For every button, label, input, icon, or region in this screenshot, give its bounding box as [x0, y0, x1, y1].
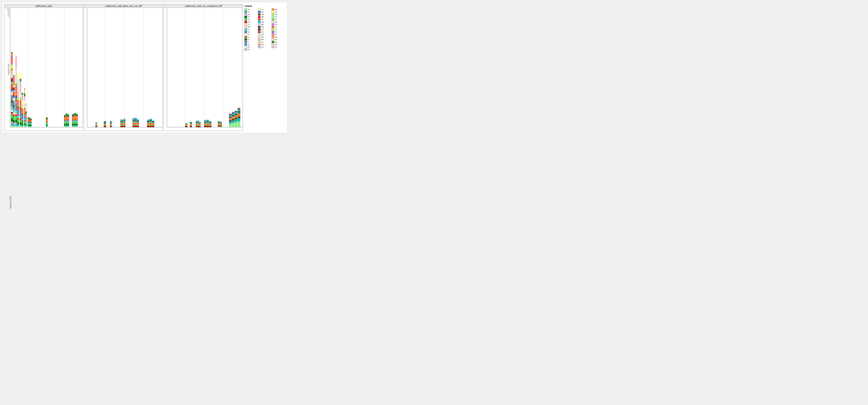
legend-label-ar: AR [248, 13, 250, 15]
plot-area-1: 2025 2050 2075 2100 [10, 8, 83, 127]
bar-group-2020 [15, 42, 19, 127]
legend-swatch-sd [272, 21, 274, 23]
legend-label-ne: NE [261, 36, 264, 38]
legend-item-nv: NV [258, 46, 271, 48]
bar-group-2040 [28, 117, 30, 127]
legend-item-wy: WY [272, 43, 284, 46]
legend-item-ca: CA [244, 18, 257, 21]
legend-label-mn: MN [261, 21, 264, 23]
legend-label-wi: WI [275, 38, 277, 40]
legend-swatch-wv [272, 41, 274, 43]
legend-swatch-mi [258, 18, 260, 21]
legend-label-va: VA [275, 31, 277, 33]
bar-group-2082-c3 [229, 105, 241, 127]
legend-item-pa: PA [272, 16, 284, 18]
bar-group-2050a [46, 117, 48, 127]
legend-label-sd: SD [275, 21, 277, 23]
legend-swatch-md [258, 13, 260, 15]
legend-label-wv: WV [275, 41, 278, 43]
chart-panel-3: rcp85cooler_ssp5_nuc_moratorium_diff [164, 4, 243, 131]
legend-swatch-in [244, 43, 247, 46]
legend-swatch-nc [258, 31, 260, 33]
legend-swatch-vt [272, 33, 274, 36]
legend-item-or: OR [272, 13, 284, 15]
legend-label-in: IN [248, 43, 249, 45]
legend-swatch-ma [258, 11, 260, 13]
legend-swatch-tx [272, 26, 274, 28]
legend-label-ia: IA [248, 36, 249, 38]
legend-label-ct: CT [248, 24, 250, 26]
legend-label-me: ME [261, 16, 264, 18]
legend-item-hi: HI [244, 33, 257, 36]
legend-swatch-mt [258, 28, 260, 31]
legend-item-ms: MS [258, 26, 271, 28]
legend-swatch-mo [258, 23, 260, 26]
legend-swatch-ny [244, 49, 247, 51]
legend-item-sd: SD [272, 21, 284, 23]
bar-group-2015 [11, 27, 15, 127]
legend-item-ne: NE [258, 36, 271, 38]
legend-label-nm: NM [261, 43, 264, 45]
legend-label-tn: TN [275, 24, 277, 26]
legend-item-ny: NY [244, 49, 257, 51]
legend-label-ut: UT [275, 29, 277, 30]
legend-label-hi: HI [248, 34, 249, 35]
bar-2020-c3 [173, 126, 174, 127]
legend-item-ks: KS [244, 46, 257, 48]
legend-item-ak: AK [244, 8, 257, 10]
legend-swatch-oh [272, 8, 274, 10]
legend-swatch-ar [244, 13, 247, 15]
legend-item-mn: MN [258, 21, 271, 23]
legend-label-ca: CA [248, 19, 250, 21]
chart-body-3: 2025 2050 2075 2100 [164, 8, 243, 131]
legend-swatch-ct [244, 23, 247, 26]
bar-group-2065-c3 [218, 120, 227, 127]
legend-item-id: ID [244, 38, 257, 41]
legend-label-sc: SC [275, 19, 277, 21]
legend-swatch-id [244, 38, 247, 41]
bar-group-2025 [20, 60, 23, 127]
legend-label-ny: NY [248, 49, 250, 51]
legend-label-or: OR [275, 13, 278, 15]
y-axis-1: 100 75 50 25 0 [4, 8, 10, 22]
legend-item-nd: ND [258, 33, 271, 36]
legend-swatch-ia [244, 36, 247, 38]
legend-label-az: AZ [248, 16, 250, 18]
legend-item-nj: NJ [258, 41, 271, 43]
legend-swatch-hi [244, 33, 247, 36]
legend-swatch-mn [258, 21, 260, 23]
legend-item-mo: MO [258, 23, 271, 26]
legend-label-nv: NV [261, 46, 264, 48]
legend-swatch-nd [258, 33, 260, 36]
chart-panel-2: rcp85cooler_ssp5_allow_new_nuc_diff [84, 4, 163, 131]
legend-label-ak: AK [248, 8, 250, 10]
legend-item-la: LA [258, 8, 271, 10]
legend-swatch-la [258, 8, 260, 10]
legend-label-mi: MI [261, 19, 263, 21]
legend-swatch-fl [244, 28, 247, 31]
legend-swatch-me [258, 16, 260, 18]
legend-label-wa: WA [275, 36, 278, 38]
legend-label-pa: PA [275, 16, 277, 18]
legend-item-me: ME [258, 16, 271, 18]
legend-item-ut: UT [272, 28, 284, 31]
legend-swatch-co [244, 21, 247, 23]
legend-label-nj: NJ [261, 41, 263, 43]
legend-swatch-ms [258, 26, 260, 28]
legend-item-tx: TX [272, 26, 284, 28]
chart-title-3: rcp85cooler_ssp5_nuc_moratorium_diff [164, 4, 243, 8]
legend-item-vt: VT [272, 33, 284, 36]
legend-label-tx: TX [275, 26, 277, 28]
legend-area: CONUS AKLAOHALMAOKARMDORAZMEPACAMISCCOMN… [243, 4, 285, 131]
legend-swatch-de [244, 26, 247, 28]
bar-group-2100 [72, 112, 78, 127]
legend-item-nh: NH [258, 38, 271, 41]
legend-item-il: IL [244, 41, 257, 43]
y-axis-label-1: Capacity (GW) [7, 64, 9, 75]
legend-swatch-wa [272, 36, 274, 38]
legend-swatch-wi [272, 38, 274, 41]
legend-swatch-nv [258, 46, 260, 48]
legend-swatch-ok [272, 11, 274, 13]
legend-item-ia: IA [244, 36, 257, 38]
legend-swatch-ga [244, 31, 247, 33]
